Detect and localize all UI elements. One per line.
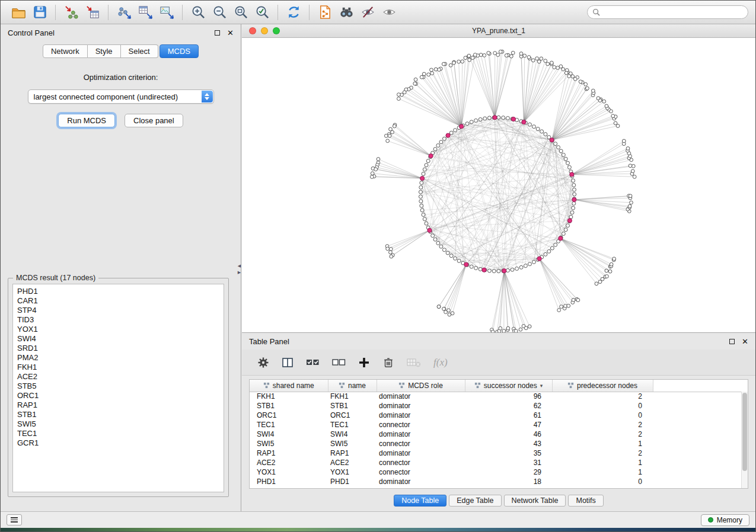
table-row[interactable]: RAP1RAP1dominator352 — [250, 448, 748, 458]
tab-network[interactable]: Network — [43, 44, 88, 58]
network-node[interactable] — [550, 246, 554, 250]
network-node[interactable] — [436, 241, 440, 245]
network-node[interactable] — [479, 118, 482, 121]
float-table-panel-icon[interactable] — [729, 339, 735, 344]
network-node[interactable] — [584, 82, 588, 86]
network-node[interactable] — [571, 75, 575, 78]
network-node[interactable] — [626, 147, 630, 150]
network-node[interactable] — [483, 117, 487, 120]
run-mcds-button[interactable]: Run MCDS — [58, 114, 115, 127]
network-node[interactable] — [420, 75, 423, 79]
mcds-dominator-node[interactable] — [460, 124, 464, 129]
network-node[interactable] — [528, 325, 531, 328]
network-node[interactable] — [554, 142, 557, 146]
network-node[interactable] — [471, 56, 474, 60]
network-node[interactable] — [566, 224, 570, 227]
table-row[interactable]: PHD1PHD1dominator180 — [250, 477, 748, 486]
tab-mcds[interactable]: MCDS — [160, 44, 199, 58]
network-node[interactable] — [447, 309, 451, 312]
apply-layout-button[interactable] — [283, 3, 304, 22]
network-node[interactable] — [506, 268, 509, 272]
network-node[interactable] — [431, 234, 435, 238]
network-node[interactable] — [384, 134, 388, 137]
mcds-dominator-node[interactable] — [522, 120, 526, 124]
splitter-left-icon[interactable]: ◀ — [238, 264, 241, 268]
network-node[interactable] — [425, 164, 428, 167]
mcds-dominator-node[interactable] — [537, 257, 541, 261]
mcds-dominator-node[interactable] — [511, 117, 515, 121]
network-node[interactable] — [573, 77, 577, 81]
network-node[interactable] — [426, 159, 430, 163]
network-node[interactable] — [564, 228, 567, 232]
deselect-all-button deselect-all-icon[interactable] — [332, 357, 346, 368]
window-minimize-icon[interactable] — [261, 27, 268, 34]
network-node[interactable] — [572, 206, 575, 210]
mcds-dominator-node[interactable] — [464, 262, 468, 267]
network-node[interactable] — [474, 118, 478, 122]
network-node[interactable] — [388, 134, 391, 137]
delete-column-button trash-icon[interactable] — [382, 357, 394, 368]
network-node[interactable] — [493, 52, 497, 55]
mcds-dominator-node[interactable] — [502, 269, 506, 273]
network-node[interactable] — [449, 131, 453, 134]
network-node[interactable] — [572, 298, 575, 302]
network-node[interactable] — [567, 165, 571, 169]
mcds-dominator-node[interactable] — [550, 138, 554, 142]
network-node[interactable] — [544, 59, 547, 63]
search-input[interactable] — [604, 8, 743, 17]
network-node[interactable] — [536, 127, 540, 131]
network-node[interactable] — [595, 282, 598, 286]
mcds-dominator-node[interactable] — [446, 133, 450, 137]
network-node[interactable] — [576, 299, 580, 302]
network-node[interactable] — [497, 270, 500, 273]
mcds-result-item[interactable]: TEC1 — [17, 429, 219, 438]
network-node[interactable] — [497, 116, 500, 119]
network-node[interactable] — [454, 129, 457, 132]
network-node[interactable] — [572, 201, 576, 205]
network-canvas[interactable] — [242, 38, 755, 332]
float-panel-icon[interactable] — [215, 30, 220, 36]
network-node[interactable] — [562, 232, 565, 236]
network-node[interactable] — [487, 116, 491, 120]
network-node[interactable] — [423, 217, 426, 221]
network-node[interactable] — [540, 57, 543, 60]
export-image-button[interactable] — [156, 3, 177, 22]
export-table-button[interactable] — [135, 3, 156, 22]
network-node[interactable] — [528, 262, 531, 266]
network-node[interactable] — [554, 243, 557, 246]
mcds-result-item[interactable]: CAR1 — [17, 296, 219, 306]
import-network-button[interactable] — [60, 3, 82, 22]
network-node[interactable] — [390, 255, 393, 258]
network-node[interactable] — [452, 61, 456, 65]
network-node[interactable] — [628, 204, 631, 208]
network-node[interactable] — [499, 326, 502, 330]
network-node[interactable] — [442, 307, 446, 310]
network-node[interactable] — [546, 62, 550, 66]
window-maximize-icon[interactable] — [273, 27, 280, 34]
network-node[interactable] — [437, 305, 441, 309]
mcds-result-item[interactable]: SRD1 — [17, 344, 219, 353]
zoom-selected-button[interactable] — [251, 3, 273, 22]
network-node[interactable] — [430, 68, 433, 72]
network-node[interactable] — [544, 252, 547, 256]
network-node[interactable] — [374, 168, 378, 171]
first-neighbors-button[interactable] — [336, 3, 357, 22]
splitter-right-icon[interactable]: ▶ — [238, 270, 241, 274]
table-row[interactable]: ORC1ORC1dominator610 — [250, 411, 748, 420]
network-node[interactable] — [389, 247, 393, 251]
table-row[interactable]: YOX1YOX1connector291 — [250, 467, 748, 477]
network-node[interactable] — [386, 247, 390, 251]
network-node[interactable] — [629, 164, 632, 168]
network-node[interactable] — [573, 188, 576, 191]
mcds-dominator-node[interactable] — [572, 197, 576, 201]
network-node[interactable] — [451, 312, 454, 315]
network-node[interactable] — [457, 259, 461, 262]
close-panel-icon[interactable]: ✕ — [227, 29, 234, 37]
network-node[interactable] — [553, 66, 556, 69]
network-node[interactable] — [370, 175, 374, 179]
network-node[interactable] — [499, 50, 502, 53]
mcds-result-item[interactable]: TID3 — [17, 315, 219, 325]
mcds-result-item[interactable]: STB5 — [17, 382, 219, 391]
network-node[interactable] — [515, 267, 519, 270]
table-settings-button gear-icon[interactable] — [257, 357, 269, 368]
